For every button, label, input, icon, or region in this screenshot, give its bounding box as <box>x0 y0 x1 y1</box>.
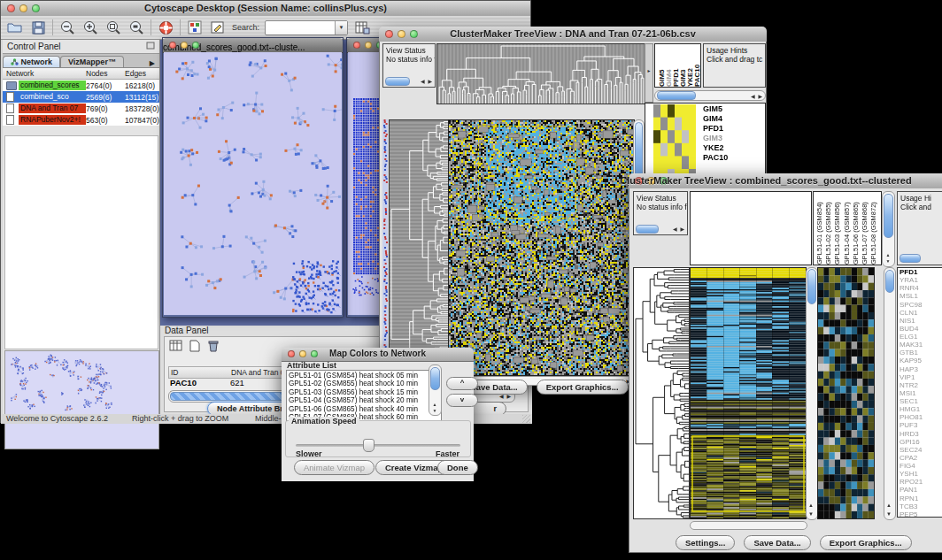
resize-grip[interactable] <box>522 415 530 423</box>
zoom-selected-icon[interactable] <box>104 19 122 36</box>
scrollbar-thumb[interactable] <box>635 122 643 179</box>
treeview1-button-export-graphics-[interactable]: Export Graphics... <box>537 380 629 395</box>
heatmap-vscrollbar[interactable]: ▲ ▼ <box>806 267 818 520</box>
close-icon[interactable] <box>353 42 360 49</box>
tab-vizmapper[interactable]: VizMapper™ <box>60 56 124 67</box>
scrollbar-thumb[interactable] <box>885 270 894 293</box>
attribute-list-item[interactable]: GPL51-06 (GSM865) heat shock 40 min <box>289 405 439 413</box>
vizmapper-icon[interactable] <box>186 19 204 36</box>
network-table-rows: combined_scores2764(0)16218(0)combined_s… <box>3 80 159 126</box>
gene-label: KAP95 <box>900 357 942 364</box>
zoom-out-icon[interactable] <box>58 19 76 36</box>
scroll-arrows-icon[interactable]: ▲▼ <box>432 402 437 414</box>
column-dendrogram-canvas[interactable] <box>436 43 645 104</box>
attribute-list[interactable]: GPL51-01 (GSM854) heat shock 05 minGPL51… <box>286 370 442 421</box>
zoom-in-icon[interactable] <box>81 19 99 36</box>
column-label: GPL51-07 (GSM868) <box>861 192 869 265</box>
scrollbar-thumb[interactable] <box>657 91 696 100</box>
scroll-arrows-icon[interactable]: ▲ ▼ <box>886 502 892 518</box>
attribute-list-label: Attribute List <box>287 361 336 370</box>
network-table-row[interactable]: combined_scores2764(0)16218(0) <box>3 80 159 91</box>
annotation-icon[interactable] <box>209 19 227 36</box>
zoom-row-labels: GIM5GIM4PFD1GIM3YKE2PAC10 <box>703 104 728 163</box>
main-heatmap-canvas[interactable] <box>448 119 635 376</box>
network-table-row[interactable]: DNA and Tran 07769(0)183728(0) <box>3 103 159 114</box>
scrollbar-thumb[interactable] <box>807 269 816 304</box>
help-lifesaver-icon[interactable] <box>157 19 174 36</box>
network-nodes-cell: 2569(6) <box>86 93 125 102</box>
scroll-arrows-icon[interactable]: ◀ ▶ <box>751 93 763 99</box>
zoom-heatmap-canvas[interactable] <box>817 267 875 519</box>
move-down-button[interactable]: v <box>446 394 478 407</box>
speed-slider-thumb[interactable] <box>363 439 374 452</box>
done-button[interactable]: Done <box>437 460 478 475</box>
close-icon[interactable] <box>169 42 176 49</box>
main-titlebar[interactable]: Cytoscape Desktop (Session Name: collins… <box>1 1 530 17</box>
save-icon[interactable] <box>29 19 47 36</box>
gene-label: VIP1 <box>900 373 942 381</box>
scrollbar-thumb[interactable] <box>636 225 659 234</box>
map-colors-dialog: Map Colors to Network Attribute List GPL… <box>282 348 474 481</box>
column-dendrogram-empty[interactable] <box>690 191 812 265</box>
treeview2-button-export-graphics-[interactable]: Export Graphics... <box>820 535 912 550</box>
open-folder-icon[interactable] <box>6 19 24 36</box>
attribute-list-item[interactable]: GPL51-03 (GSM856) heat shock 15 min <box>289 388 439 396</box>
network-table-row[interactable]: combined_sco2569(6)13112(15) <box>3 91 159 103</box>
dialog-titlebar[interactable]: Map Colors to Network <box>282 348 474 362</box>
row-dendrogram-canvas[interactable] <box>389 119 449 381</box>
network-overview-canvas[interactable] <box>4 350 159 449</box>
minimize-icon[interactable] <box>181 42 188 49</box>
zoom-matrix-canvas[interactable] <box>653 104 696 182</box>
move-up-button[interactable]: ^ <box>446 377 478 390</box>
zoom-column-labels: GIM5GIM4PFD1GIM3YKE2PAC10 <box>654 43 701 88</box>
speed-slider-track[interactable] <box>296 444 460 447</box>
network-name-cell: combined_sco <box>19 92 86 102</box>
gene-label: SEC24 <box>900 446 942 454</box>
zoom-row-label: YKE2 <box>703 143 728 153</box>
gene-label: NTR2 <box>900 381 942 389</box>
treeview1-titlebar[interactable]: ClusterMaker TreeView : DNA and Tran 07-… <box>379 27 767 42</box>
column-labels-scrollbar[interactable]: ▲▼ <box>882 191 895 267</box>
main-heatmap-canvas[interactable] <box>690 267 807 519</box>
delete-attribute-icon[interactable] <box>205 339 220 352</box>
scrollbar-thumb[interactable] <box>385 77 410 86</box>
attribute-list-item[interactable]: GPL51-02 (GSM855) heat shock 10 min <box>289 380 439 387</box>
tab-overflow-icon[interactable]: ▶ <box>145 59 159 67</box>
search-dropdown-icon[interactable]: ▼ <box>335 21 347 35</box>
zoom-window-icon[interactable] <box>192 42 199 49</box>
zoom-fit-icon[interactable] <box>127 19 145 36</box>
splitter-arrow-icon[interactable]: ▸ <box>645 43 653 103</box>
network-table-row[interactable]: RNAPuberNov2+!563(0)107847(0) <box>3 114 159 126</box>
zoom-hscrollbar[interactable]: ◀ ▶ <box>654 90 766 101</box>
scroll-arrows-icon[interactable]: ◀ ▶ <box>673 225 685 234</box>
scroll-arrows-icon[interactable]: ▲▼ <box>885 252 891 265</box>
scroll-arrows-icon[interactable]: ◀ ▶ <box>421 77 433 86</box>
scrollbar-thumb[interactable] <box>884 194 893 238</box>
animate-vizmap-button[interactable]: Animate Vizmap <box>294 460 374 475</box>
search-input[interactable]: ▼ <box>265 20 348 35</box>
attribute-list-item[interactable]: GPL51-04 (GSM857) heat shock 20 min <box>289 396 439 404</box>
gene-label: SEC1 <box>900 397 942 405</box>
heatmap-hscrollbar[interactable] <box>690 521 807 530</box>
minimize-icon[interactable] <box>365 42 372 49</box>
float-panel-icon[interactable] <box>146 42 155 51</box>
network1-canvas[interactable] <box>164 52 342 315</box>
new-attribute-icon[interactable] <box>187 339 202 352</box>
network-edges-cell: 13112(15) <box>125 93 159 102</box>
data-table-icon[interactable] <box>353 19 371 36</box>
row-dendrogram-canvas[interactable] <box>633 267 690 519</box>
treeview2-titlebar[interactable]: ClusterMaker TreeView : combined_scores_… <box>629 173 942 189</box>
attribute-list-item[interactable]: GPL51-01 (GSM854) heat shock 05 min <box>289 372 439 380</box>
zoom-vscrollbar[interactable]: ▲ ▼ <box>884 267 896 520</box>
network1-titlebar[interactable]: combined_scores_good.txt--cluste... <box>163 38 343 53</box>
scroll-arrows-icon[interactable]: ▲ ▼ <box>808 502 814 518</box>
zoom-column-label: GIM4 <box>665 46 672 87</box>
scrollbar-thumb[interactable] <box>900 254 921 263</box>
tab-network[interactable]: Network <box>3 56 60 67</box>
scrollbar-thumb[interactable] <box>430 367 440 390</box>
treeview2-button-save-data-[interactable]: Save Data... <box>744 535 810 550</box>
treeview2-button-settings-[interactable]: Settings... <box>676 535 735 550</box>
attribute-select-icon[interactable] <box>168 339 183 352</box>
attribute-list-scrollbar[interactable]: ▲▼ <box>429 364 442 416</box>
treeview2-body: View StatusNo status info f ◀ ▶ GPL51-01… <box>629 188 942 553</box>
